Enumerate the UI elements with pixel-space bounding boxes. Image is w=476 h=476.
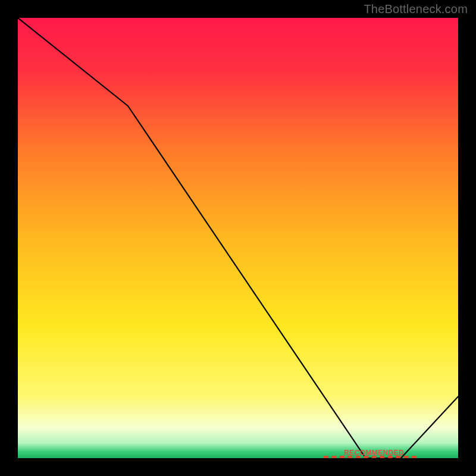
svg-rect-1 xyxy=(332,456,337,458)
plot-svg xyxy=(18,18,458,458)
svg-rect-10 xyxy=(404,456,409,458)
chart-stage: TheBottleneck.com RECOMMENDED xyxy=(0,0,476,476)
gradient-background xyxy=(18,18,458,458)
recommended-label: RECOMMENDED xyxy=(344,449,404,457)
plot-frame xyxy=(18,18,458,458)
svg-rect-0 xyxy=(324,456,328,458)
watermark-text: TheBottleneck.com xyxy=(364,2,468,16)
svg-rect-11 xyxy=(412,456,416,458)
